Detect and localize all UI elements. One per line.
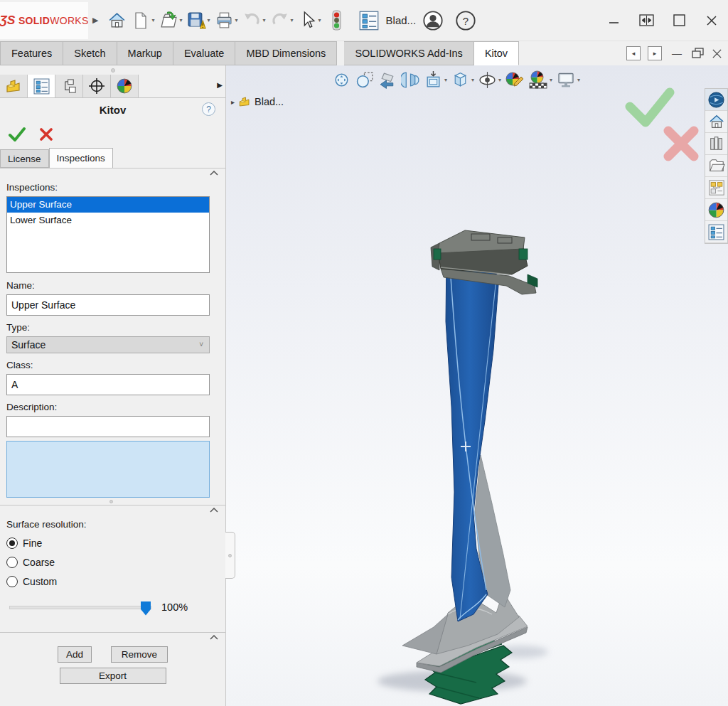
document-minimize-button[interactable]: — [669,48,685,59]
document-close-button[interactable] [712,48,722,59]
panel-resize-handle[interactable] [0,65,225,75]
maximize-icon [673,14,685,26]
document-node-label[interactable]: Blad... [255,96,284,107]
document-properties-button[interactable] [356,5,382,36]
dropdown-caret[interactable]: ▾ [291,17,294,23]
selection-filter-button[interactable] [323,5,349,36]
dropdown-caret[interactable]: ▾ [235,17,238,23]
tab-solidworks-add-ins[interactable]: SOLIDWORKS Add-Ins [344,41,474,65]
description-input[interactable] [6,416,210,437]
open-icon [159,11,178,30]
dropdown-caret[interactable]: ▾ [318,17,321,23]
open-button[interactable]: ▾ [156,5,184,36]
list-item-upper-surface[interactable]: Upper Surface [7,197,209,213]
dropdown-caret[interactable]: ▾ [498,77,501,83]
view-orientation-button[interactable]: ▾ [451,70,474,90]
ok-button[interactable] [9,127,26,142]
feature-tree-flyout[interactable]: ▸ Blad... [231,95,284,108]
name-input[interactable] [6,294,210,316]
configuration-manager-tab[interactable] [55,75,83,97]
view-palette-tab[interactable] [705,177,727,199]
undo-button[interactable]: ▾ [240,5,268,36]
tab-inspections[interactable]: Inspections [49,148,113,168]
class-input[interactable] [6,374,210,395]
radio-custom[interactable]: Custom [6,572,216,591]
remove-button[interactable]: Remove [111,646,168,663]
custom-properties-tab[interactable] [705,221,727,243]
span-displays-button[interactable] [630,5,663,36]
home-tab[interactable] [705,111,727,133]
zoom-to-fit-button[interactable] [333,70,352,90]
document-restore-button[interactable] [692,48,705,59]
select-button[interactable]: ▾ [296,5,323,36]
view-settings-button[interactable]: ▾ [556,70,580,90]
group-resize-handle[interactable] [6,498,216,505]
dropdown-caret[interactable]: ▾ [263,17,266,23]
tab-evaluate[interactable]: Evaluate [173,41,235,65]
tab-sketch[interactable]: Sketch [63,41,117,65]
dropdown-caret[interactable]: ▾ [444,77,447,83]
collapse-chevron-icon[interactable] [210,508,218,513]
minimize-button[interactable] [597,5,630,36]
menu-flyout-arrow[interactable]: ▶ [92,16,98,25]
ribbon-scroll-left-button[interactable]: ◂ [626,46,641,60]
print-button[interactable]: ▾ [213,5,240,36]
titlebar-document-name[interactable]: Blad... [386,14,417,26]
redo-button[interactable]: ▾ [268,5,296,36]
collapse-chevron-icon[interactable] [210,171,218,176]
radio-coarse[interactable]: Coarse [6,552,216,572]
dimxpert-manager-tab[interactable] [83,75,111,97]
panel-flyout-arrow[interactable]: ▶ [217,81,223,89]
display-manager-tab[interactable] [111,75,139,97]
confirm-ok-icon[interactable] [630,92,670,122]
close-button[interactable] [695,5,728,36]
tree-expand-arrow[interactable]: ▸ [231,98,235,106]
tab-features[interactable]: Features [0,41,63,65]
cancel-button[interactable] [40,128,53,141]
collapse-chevron-icon[interactable] [210,635,218,640]
export-button[interactable]: Export [60,668,166,684]
inspections-list[interactable]: Upper Surface Lower Surface [6,196,210,273]
display-style-button[interactable]: ▾ [478,70,501,90]
home-button[interactable] [104,5,129,36]
resources-tab[interactable] [705,89,727,111]
custom-properties-icon [708,224,724,240]
confirm-cancel-icon[interactable] [668,131,694,156]
list-item-lower-surface[interactable]: Lower Surface [7,213,209,228]
design-library-tab[interactable] [705,133,727,155]
edit-appearance-button[interactable] [505,70,525,90]
ribbon-scroll-right-button[interactable]: ▸ [648,46,662,60]
appearances-tab[interactable] [705,199,727,221]
section-view-button[interactable] [401,70,420,90]
dropdown-caret[interactable]: ▾ [179,17,182,23]
account-button[interactable] [420,5,446,36]
tab-mbd-dimensions[interactable]: MBD Dimensions [235,41,337,65]
radio-fine[interactable]: Fine [6,533,216,552]
zoom-to-area-button[interactable] [355,70,375,90]
type-dropdown[interactable]: Surface ˅ [6,336,210,353]
file-explorer-tab[interactable] [705,155,727,177]
apply-scene-button[interactable]: ▾ [528,70,552,90]
feature-manager-tab[interactable] [0,75,28,97]
maximize-button[interactable] [663,5,695,36]
help-button[interactable]: ? [453,5,478,36]
save-button[interactable]: ▾ [185,5,213,36]
tab-license[interactable]: License [0,149,49,168]
dropdown-caret[interactable]: ▾ [577,77,580,83]
panel-splitter-tab[interactable] [225,532,235,579]
dropdown-caret[interactable]: ▾ [471,77,474,83]
new-document-button[interactable]: ▾ [129,5,156,36]
slider-thumb[interactable] [141,601,151,616]
graphics-viewport[interactable]: ▾ ▾ ▾ [226,65,728,706]
3d-drawing-view-button[interactable]: ▾ [424,70,447,90]
tab-kitov[interactable]: Kitov [474,41,519,65]
add-button[interactable]: Add [58,646,92,663]
tab-markup[interactable]: Markup [117,41,173,65]
previous-view-button[interactable] [378,70,397,90]
panel-help-button[interactable]: ? [202,102,215,116]
resolution-slider[interactable] [9,606,151,609]
property-manager-tab[interactable] [28,75,55,97]
dropdown-caret[interactable]: ▾ [208,17,210,23]
dropdown-caret[interactable]: ▾ [550,77,552,83]
dropdown-caret[interactable]: ▾ [151,17,154,23]
